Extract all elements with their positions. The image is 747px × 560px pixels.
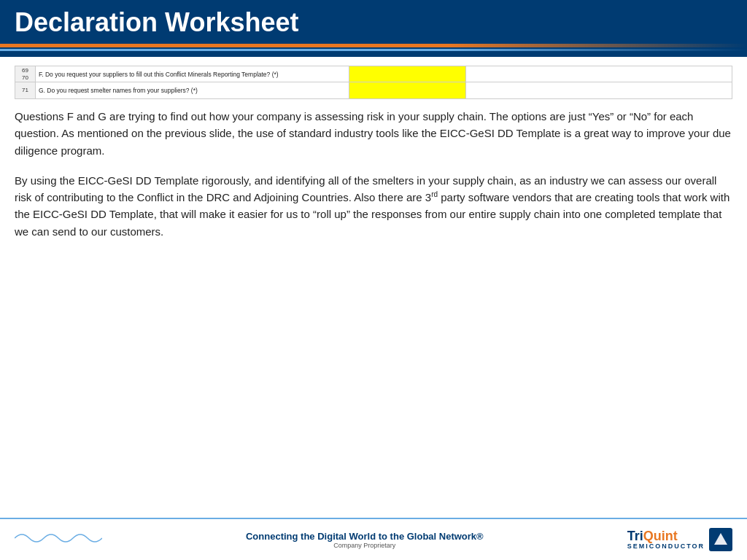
row-numbers-g: 71 xyxy=(15,82,36,98)
table-row: 69 70 F. Do you request your suppliers t… xyxy=(15,66,732,82)
wave-svg xyxy=(15,527,102,549)
main-content: Questions F and G are trying to find out… xyxy=(15,108,732,240)
footer-logo: TriQuint SEMICONDUCTOR xyxy=(627,528,732,551)
logo-text-block: TriQuint SEMICONDUCTOR xyxy=(627,529,705,550)
page-footer: Connecting the Digital World to the Glob… xyxy=(0,518,747,560)
blue-stripe xyxy=(0,49,747,51)
footer-tagline-area: Connecting the Digital World to the Glob… xyxy=(246,531,484,549)
logo-quint: Quint xyxy=(643,529,678,543)
footer-sub: Company Proprietary xyxy=(246,542,484,549)
spreadsheet-preview: 69 70 F. Do you request your suppliers t… xyxy=(15,66,732,99)
superscript-rd: rd xyxy=(431,190,438,198)
logo-icon xyxy=(709,528,732,551)
footer-tagline: Connecting the Digital World to the Glob… xyxy=(246,531,484,542)
page-header: Declaration Worksheet xyxy=(0,0,747,44)
header-stripe-container xyxy=(0,44,747,57)
table-row: 71 G. Do you request smelter names from … xyxy=(15,82,732,98)
answer-f-cell xyxy=(349,66,466,82)
logo-brand-name: TriQuint xyxy=(627,529,705,542)
question-f-cell: F. Do you request your suppliers to fill… xyxy=(36,66,349,82)
row-numbers: 69 70 xyxy=(15,66,36,82)
extra-f-cell xyxy=(466,66,732,82)
orange-stripe xyxy=(0,44,747,47)
paragraph-1: Questions F and G are trying to find out… xyxy=(15,108,732,159)
paragraph-2: By using the EICC-GeSI DD Template rigor… xyxy=(15,172,732,240)
extra-g-cell xyxy=(466,82,732,98)
logo-icon-svg xyxy=(713,532,729,548)
question-g-cell: G. Do you request smelter names from you… xyxy=(36,82,349,98)
svg-marker-0 xyxy=(714,533,727,545)
answer-g-cell xyxy=(349,82,466,98)
logo-tri: Tri xyxy=(627,529,643,543)
logo-sub-text: SEMICONDUCTOR xyxy=(627,542,705,550)
wave-decoration xyxy=(15,527,102,552)
page-title: Declaration Worksheet xyxy=(15,7,732,38)
